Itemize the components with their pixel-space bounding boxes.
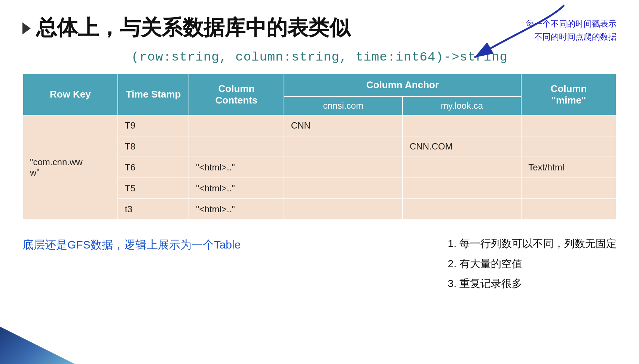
header-mylook: my.look.ca — [403, 96, 521, 115]
mylook-cell — [403, 199, 521, 220]
formula-area: (row:string, column:string, time:int64)-… — [22, 50, 617, 64]
mylook-cell — [403, 115, 521, 136]
cnnsi-cell — [284, 157, 403, 178]
annotation-line1: 每一个不同的时间戳表示 — [526, 19, 617, 28]
title-row: 总体上，与关系数据库中的表类似 每一个不同的时间戳表示 不同的时间点爬的数据 — [22, 15, 617, 43]
time-cell: T6 — [118, 157, 189, 178]
header-column-mime: Column"mime" — [521, 74, 616, 115]
bigtable: Row Key Time Stamp ColumnContents Column… — [22, 73, 617, 220]
corner-inner — [0, 327, 75, 364]
cnnsi-cell: CNN — [284, 115, 403, 136]
row-key-cell: "com.cnn.www" — [23, 115, 118, 220]
time-cell: T8 — [118, 136, 189, 157]
header-column-contents: ColumnContents — [189, 74, 284, 115]
contents-cell: "<html>.." — [189, 199, 284, 220]
contents-cell: "<html>.." — [189, 178, 284, 199]
table-body: "com.cnn.www" T9 CNN T8 CNN.COM — [23, 115, 616, 220]
contents-cell: "<html>.." — [189, 157, 284, 178]
time-cell: t3 — [118, 199, 189, 220]
time-cell: T9 — [118, 115, 189, 136]
mime-cell — [521, 199, 616, 220]
cnnsi-cell — [284, 136, 403, 157]
mylook-cell: CNN.COM — [403, 136, 521, 157]
mime-cell — [521, 115, 616, 136]
annotation: 每一个不同的时间戳表示 不同的时间点爬的数据 — [526, 17, 617, 43]
table-header-main: Row Key Time Stamp ColumnContents Column… — [23, 74, 616, 96]
page-title: 总体上，与关系数据库中的表类似 — [36, 15, 350, 40]
mylook-cell — [403, 178, 521, 199]
triangle-icon — [22, 22, 31, 34]
mylook-cell — [403, 157, 521, 178]
contents-cell — [189, 136, 284, 157]
table-row: "com.cnn.www" T9 CNN — [23, 115, 616, 136]
mime-cell — [521, 136, 616, 157]
header-row-key: Row Key — [23, 74, 118, 115]
mime-cell — [521, 178, 616, 199]
bottom-left-text: 底层还是GFS数据，逻辑上展示为一个Table — [22, 237, 241, 253]
title-left: 总体上，与关系数据库中的表类似 — [22, 15, 350, 40]
mime-cell: Text/html — [521, 157, 616, 178]
header-column-anchor: Column Anchor — [284, 74, 521, 96]
annotation-line2: 不同的时间点爬的数据 — [534, 32, 617, 41]
corner-decoration — [0, 327, 75, 364]
table-container: Row Key Time Stamp ColumnContents Column… — [22, 73, 617, 220]
list-item-1: 1. 每一行列数可以不同，列数无固定 — [448, 234, 617, 253]
slide: 总体上，与关系数据库中的表类似 每一个不同的时间戳表示 不同的时间点爬的数据 (… — [0, 0, 639, 364]
list-item-3: 3. 重复记录很多 — [448, 274, 617, 293]
header-cnnsi: cnnsi.com — [284, 96, 403, 115]
header-time-stamp: Time Stamp — [118, 74, 189, 115]
formula-text: (row:string, column:string, time:int64)-… — [131, 50, 508, 64]
contents-cell — [189, 115, 284, 136]
time-cell: T5 — [118, 178, 189, 199]
formula-row: (row:string, column:string, time:int64)-… — [22, 50, 617, 64]
cnnsi-cell — [284, 178, 403, 199]
bottom-section: 底层还是GFS数据，逻辑上展示为一个Table 1. 每一行列数可以不同，列数无… — [22, 234, 617, 293]
cnnsi-cell — [284, 199, 403, 220]
bottom-right-list: 1. 每一行列数可以不同，列数无固定 2. 有大量的空值 3. 重复记录很多 — [448, 234, 617, 293]
list-item-2: 2. 有大量的空值 — [448, 254, 617, 274]
